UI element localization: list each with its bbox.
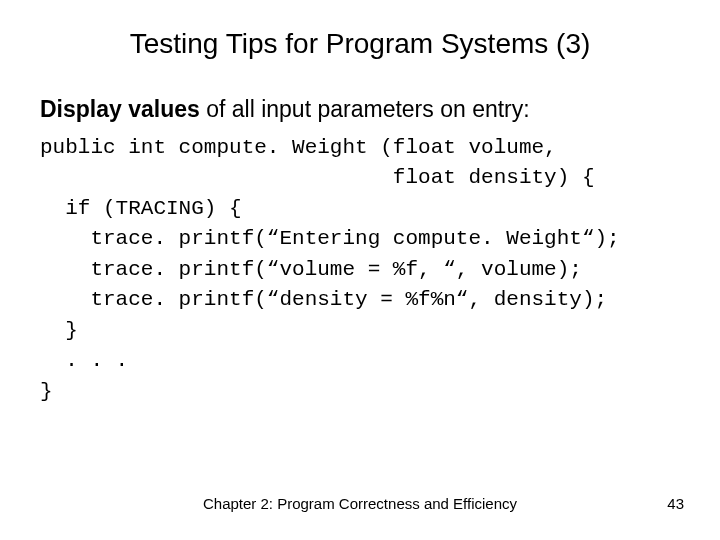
footer-chapter: Chapter 2: Program Correctness and Effic… <box>0 495 720 512</box>
code-block: public int compute. Weight (float volume… <box>0 133 720 407</box>
subtitle-rest: of all input parameters on entry: <box>200 96 530 122</box>
subtitle: Display values of all input parameters o… <box>0 96 720 133</box>
slide-title: Testing Tips for Program Systems (3) <box>0 0 720 96</box>
page-number: 43 <box>667 495 684 512</box>
slide: Testing Tips for Program Systems (3) Dis… <box>0 0 720 540</box>
subtitle-bold: Display values <box>40 96 200 122</box>
